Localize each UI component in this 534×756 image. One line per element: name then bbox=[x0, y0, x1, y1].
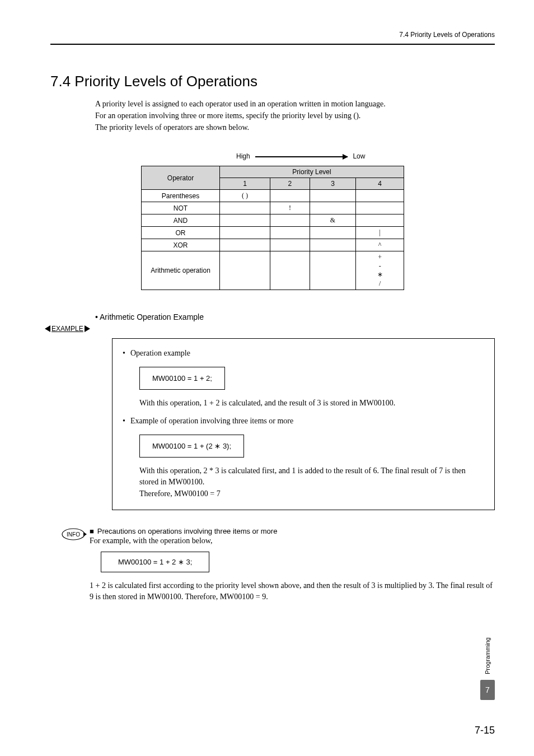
example-badge: EXAMPLE bbox=[45, 325, 495, 333]
op-cell: XOR bbox=[142, 239, 220, 251]
page-number: 7-15 bbox=[475, 725, 495, 736]
arrow-label-low: Low bbox=[353, 152, 365, 160]
val-cell bbox=[310, 227, 356, 239]
table-row: NOT ! bbox=[142, 202, 404, 214]
example-text-1: With this operation, 1 + 2 is calculated… bbox=[139, 398, 481, 409]
val-cell bbox=[270, 227, 310, 239]
arrow-icon bbox=[255, 156, 348, 157]
code-box-2: MW00100 = 1 + (2 ∗ 3); bbox=[139, 435, 244, 458]
val-cell bbox=[356, 190, 404, 202]
val-cell bbox=[310, 202, 356, 214]
table-row: Arithmetic operation + - ∗ / bbox=[142, 251, 404, 290]
table-row: Parentheses ( ) bbox=[142, 190, 404, 202]
table-row: XOR ^ bbox=[142, 239, 404, 251]
intro-line-2: For an operation involving three or more… bbox=[95, 110, 495, 122]
priority-table-wrapper: High Low Operator Priority Level 1 2 3 4… bbox=[141, 152, 404, 290]
val-cell: ^ bbox=[356, 239, 404, 251]
header-section-ref: 7.4 Priority Levels of Operations bbox=[399, 31, 495, 39]
op-cell: Arithmetic operation bbox=[142, 251, 220, 290]
info-body-text: 1 + 2 is calculated first according to t… bbox=[90, 580, 495, 602]
info-icon: INFO bbox=[62, 527, 90, 603]
header-rule bbox=[50, 44, 495, 45]
op-cell: NOT bbox=[142, 202, 220, 214]
op-cell: OR bbox=[142, 227, 220, 239]
val-cell: ( ) bbox=[220, 190, 270, 202]
val-cell bbox=[220, 251, 270, 290]
info-lead: For example, with the operation below, bbox=[90, 535, 495, 547]
priority-arrow: High Low bbox=[236, 152, 376, 160]
code-box-1: MW00100 = 1 + 2; bbox=[139, 367, 225, 390]
val-cell bbox=[220, 214, 270, 227]
th-col-4: 4 bbox=[356, 178, 404, 190]
val-cell: ! bbox=[270, 202, 310, 214]
example-heading: • Arithmetic Operation Example bbox=[95, 312, 495, 321]
val-cell bbox=[270, 239, 310, 251]
bullet-icon: • bbox=[123, 349, 130, 358]
example-bullet-1: • Operation example bbox=[123, 349, 481, 358]
info-content: Precautions on operations involving thre… bbox=[90, 527, 495, 603]
priority-table: Operator Priority Level 1 2 3 4 Parenthe… bbox=[141, 166, 404, 290]
example-bullet-1-text: Operation example bbox=[130, 349, 190, 358]
val-cell bbox=[220, 202, 270, 214]
th-priority-level: Priority Level bbox=[220, 166, 404, 178]
svg-marker-1 bbox=[83, 532, 87, 536]
val-cell: & bbox=[310, 214, 356, 227]
val-cell: | bbox=[356, 227, 404, 239]
th-col-3: 3 bbox=[310, 178, 356, 190]
info-block: INFO Precautions on operations involving… bbox=[62, 527, 495, 603]
val-cell bbox=[220, 239, 270, 251]
info-icon-label: INFO bbox=[67, 531, 80, 538]
triangle-left-icon bbox=[45, 325, 50, 332]
info-code-box: MW00100 = 1 + 2 ∗ 3; bbox=[101, 552, 209, 572]
val-cell bbox=[270, 214, 310, 227]
val-cell bbox=[270, 251, 310, 290]
table-row: AND & bbox=[142, 214, 404, 227]
example-bullet-2-text: Example of operation involving three ite… bbox=[130, 417, 293, 426]
side-tab-number: 7 bbox=[480, 680, 495, 700]
intro-paragraph: A priority level is assigned to each ope… bbox=[95, 98, 495, 133]
example-text-2b: Therefore, MW00100 = 7 bbox=[139, 488, 481, 500]
th-col-1: 1 bbox=[220, 178, 270, 190]
op-cell: AND bbox=[142, 214, 220, 227]
val-cell bbox=[356, 202, 404, 214]
side-tab: Programming 7 bbox=[480, 637, 495, 700]
val-cell bbox=[310, 251, 356, 290]
val-cell: + - ∗ / bbox=[356, 251, 404, 290]
intro-line-3: The priority levels of operators are sho… bbox=[95, 122, 495, 133]
info-title: Precautions on operations involving thre… bbox=[90, 527, 495, 535]
val-cell bbox=[356, 214, 404, 227]
th-col-2: 2 bbox=[270, 178, 310, 190]
example-box: • Operation example MW00100 = 1 + 2; Wit… bbox=[112, 338, 495, 510]
bullet-icon: • bbox=[123, 417, 130, 426]
triangle-right-icon bbox=[85, 325, 90, 332]
arrow-label-high: High bbox=[236, 152, 250, 160]
th-operator: Operator bbox=[142, 166, 220, 190]
val-cell bbox=[270, 190, 310, 202]
example-badge-label: EXAMPLE bbox=[51, 325, 83, 333]
section-title: 7.4 Priority Levels of Operations bbox=[50, 73, 495, 90]
table-row: OR | bbox=[142, 227, 404, 239]
example-text-2a: With this operation, 2 * 3 is calculated… bbox=[139, 465, 481, 487]
val-cell bbox=[310, 239, 356, 251]
val-cell bbox=[220, 227, 270, 239]
side-tab-label: Programming bbox=[484, 637, 491, 674]
val-cell bbox=[310, 190, 356, 202]
example-bullet-2: • Example of operation involving three i… bbox=[123, 417, 481, 426]
op-cell: Parentheses bbox=[142, 190, 220, 202]
intro-line-1: A priority level is assigned to each ope… bbox=[95, 98, 495, 110]
